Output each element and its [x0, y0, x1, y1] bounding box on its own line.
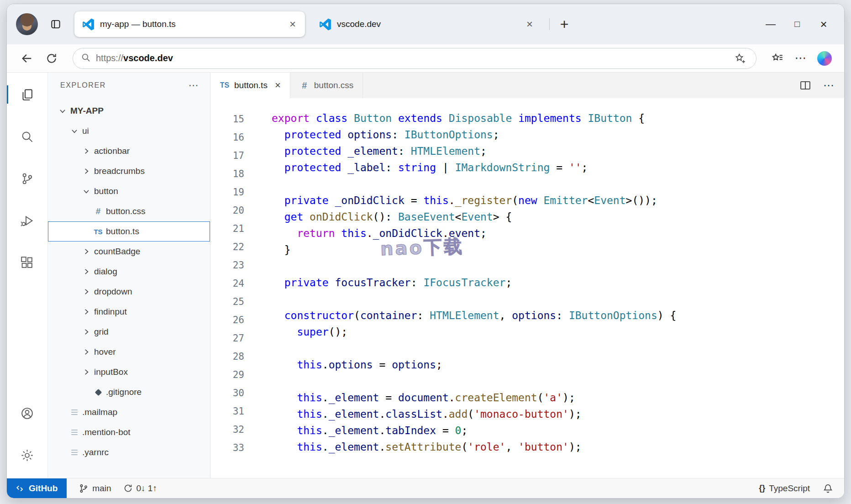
line-number: 23: [210, 256, 244, 274]
maximize-button[interactable]: □: [784, 11, 810, 37]
editor-more-button[interactable]: ⋯: [823, 79, 834, 92]
code-line: this._element.tabIndex = 0;: [272, 422, 844, 439]
extensions-icon: [20, 256, 34, 270]
add-favorite-icon[interactable]: [730, 49, 750, 68]
new-tab-button[interactable]: +: [554, 14, 574, 34]
branch-indicator[interactable]: main: [79, 483, 111, 493]
chevron-right-icon[interactable]: [81, 327, 91, 337]
account-icon: [20, 406, 34, 420]
browser-tab-title: vscode.dev: [337, 19, 519, 29]
line-number: 25: [210, 293, 244, 311]
editor-tab-label: button.css: [314, 80, 354, 90]
line-number: 27: [210, 329, 244, 347]
tree-item-label: button.css: [106, 206, 146, 216]
tree-item-findinput[interactable]: findinput: [48, 302, 210, 322]
code-line: [272, 176, 844, 192]
tree-item-countbadge[interactable]: countBadge: [48, 242, 210, 262]
tree-item-mailmap[interactable]: .mailmap: [48, 402, 210, 422]
tree-item-yarnrc[interactable]: .yarnrc: [48, 442, 210, 462]
branch-label: main: [92, 483, 111, 493]
chevron-right-icon[interactable]: [81, 347, 91, 357]
activity-source-control[interactable]: [7, 158, 47, 200]
editor-tab-button-ts[interactable]: TS button.ts ×: [210, 73, 290, 98]
favorites-icon[interactable]: [767, 49, 787, 68]
chevron-down-icon[interactable]: [81, 186, 91, 196]
tree-item-dialog[interactable]: dialog: [48, 262, 210, 282]
chevron-down-icon[interactable]: [58, 106, 68, 116]
workspaces-icon[interactable]: [46, 15, 65, 34]
activity-run-debug[interactable]: [7, 200, 47, 242]
line-number: 26: [210, 311, 244, 329]
browser-tab-title: my-app — button.ts: [100, 19, 282, 29]
chevron-right-icon[interactable]: [81, 367, 91, 377]
tree-item-breadcrumbs[interactable]: breadcrumbs: [48, 161, 210, 181]
activity-accounts[interactable]: [7, 392, 47, 434]
sync-indicator[interactable]: 0↓ 1↑: [123, 483, 157, 493]
line-number: 24: [210, 274, 244, 293]
tree-item-button[interactable]: button: [48, 181, 210, 201]
profile-avatar[interactable]: [16, 13, 38, 35]
tree-item-label: findinput: [94, 307, 127, 317]
chevron-right-icon[interactable]: [81, 287, 91, 297]
tree-item-label: .mention-bot: [82, 427, 131, 437]
close-window-button[interactable]: ×: [810, 11, 837, 37]
tree-item-my-app[interactable]: MY-APP: [48, 101, 210, 121]
tree-item-grid[interactable]: grid: [48, 322, 210, 342]
typescript-file-icon: TS: [220, 80, 230, 90]
remote-indicator[interactable]: GitHub: [7, 478, 67, 498]
tree-item-mention-bot[interactable]: .mention-bot: [48, 422, 210, 442]
chevron-right-icon[interactable]: [81, 146, 91, 156]
split-editor-icon[interactable]: [798, 78, 813, 93]
tree-item-dropdown[interactable]: dropdown: [48, 282, 210, 302]
copilot-icon[interactable]: [815, 49, 834, 68]
back-button[interactable]: [17, 48, 37, 68]
tab-close-icon[interactable]: ×: [525, 19, 535, 30]
css-file-icon: #: [299, 80, 310, 90]
tree-item-button-css[interactable]: #button.css: [48, 201, 210, 221]
close-tab-icon[interactable]: ×: [275, 80, 281, 90]
activity-explorer[interactable]: [7, 74, 47, 116]
code-area: 15161718192021222324252627282930313233 e…: [210, 98, 844, 478]
browser-tab[interactable]: my-app — button.ts×: [74, 11, 305, 37]
gear-icon: [20, 448, 34, 462]
settings-more-button[interactable]: ⋯: [791, 49, 810, 68]
language-indicator[interactable]: {} TypeScript: [759, 483, 810, 493]
tab-separator: [549, 18, 550, 30]
tree-item-label: .mailmap: [82, 407, 117, 417]
tree-item-gitignore[interactable]: .gitignore: [48, 382, 210, 402]
tree-item-button-ts[interactable]: TSbutton.ts: [48, 221, 210, 242]
chevron-right-icon[interactable]: [81, 166, 91, 176]
code-line: protected _label: string | IMarkdownStri…: [272, 159, 844, 176]
tree-item-label: hover: [94, 347, 116, 357]
activity-search[interactable]: [7, 116, 47, 158]
tree-item-label: ui: [82, 126, 89, 136]
tree-item-label: countBadge: [94, 247, 140, 257]
tree-item-label: grid: [94, 327, 109, 337]
chevron-down-icon[interactable]: [69, 126, 79, 136]
sidebar-more-button[interactable]: ⋯: [188, 79, 199, 91]
notifications-bell-icon[interactable]: [823, 483, 833, 493]
remote-icon: [16, 484, 24, 493]
tree-item-inputbox[interactable]: inputBox: [48, 362, 210, 382]
tree-item-actionbar[interactable]: actionbar: [48, 141, 210, 161]
editor-tab-button-css[interactable]: # button.css: [290, 73, 363, 98]
line-number: 22: [210, 238, 244, 256]
chevron-right-icon[interactable]: [81, 267, 91, 277]
status-bar: GitHub main 0↓ 1↑ {} TypeScript: [7, 478, 844, 498]
code-editor[interactable]: export class Button extends Disposable i…: [251, 98, 844, 478]
tree-item-label: dropdown: [94, 287, 132, 297]
line-number: 17: [210, 147, 244, 165]
browser-tab[interactable]: vscode.dev×: [311, 11, 542, 37]
chevron-right-icon[interactable]: [81, 247, 91, 257]
tree-item-hover[interactable]: hover: [48, 342, 210, 362]
activity-extensions[interactable]: [7, 242, 47, 284]
address-bar[interactable]: https://vscode.dev: [73, 48, 756, 69]
tree-item-label: breadcrumbs: [94, 166, 145, 176]
activity-settings[interactable]: [7, 434, 47, 476]
minimize-button[interactable]: —: [757, 11, 784, 37]
editor-tab-label: button.ts: [234, 80, 268, 90]
tab-close-icon[interactable]: ×: [288, 19, 298, 30]
tree-item-ui[interactable]: ui: [48, 121, 210, 141]
chevron-right-icon[interactable]: [81, 307, 91, 317]
refresh-button[interactable]: [42, 48, 62, 68]
